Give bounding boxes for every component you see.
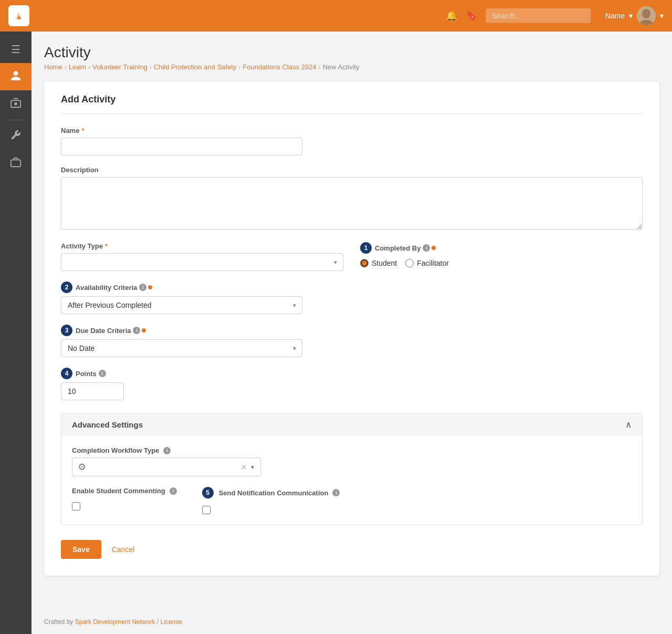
name-required: * [81, 127, 84, 134]
briefcase-icon [10, 157, 22, 171]
due-date-criteria-select[interactable]: No Date Specific Date Days After Registr… [61, 339, 302, 357]
page-footer: Crafted by Spark Development Network / L… [32, 610, 672, 634]
due-date-criteria-label: 3 Due Date Criteria i [61, 325, 643, 336]
availability-info-icon[interactable]: i [139, 284, 146, 291]
breadcrumb-volunteer-training[interactable]: Volunteer Training [92, 63, 148, 71]
points-info-icon[interactable]: i [99, 370, 106, 377]
completed-by-radio-group: Student Facilitator [360, 259, 643, 267]
availability-criteria-section: 2 Availability Criteria i After Previous… [61, 282, 643, 314]
breadcrumb-home[interactable]: Home [44, 63, 62, 71]
availability-required-dot [148, 285, 152, 289]
send-notification-info-icon[interactable]: i [332, 489, 340, 496]
activity-type-select[interactable] [61, 253, 343, 271]
advanced-settings-chevron: ∧ [625, 420, 632, 430]
cancel-button[interactable]: Cancel [108, 540, 139, 559]
person-icon [10, 70, 22, 84]
main-content: Activity Home › Learn › Volunteer Traini… [32, 32, 672, 610]
wrench-icon [10, 129, 22, 143]
breadcrumb-sep-3: › [150, 64, 152, 71]
completed-by-required-dot [432, 246, 436, 250]
radio-facilitator-input[interactable] [405, 259, 414, 267]
send-notification-checkbox[interactable] [202, 506, 211, 514]
availability-select-wrap: After Previous Completed Always Availabl… [61, 296, 302, 314]
due-date-info-icon[interactable]: i [133, 327, 140, 334]
due-date-criteria-section: 3 Due Date Criteria i No Date Specific D… [61, 325, 643, 357]
step-badge-3: 3 [61, 325, 72, 336]
enable-commenting-info-icon[interactable]: i [170, 487, 177, 495]
step-badge-4: 4 [61, 368, 72, 379]
bookmark-icon[interactable]: 🔖 [466, 10, 477, 22]
enable-commenting-checkbox[interactable] [72, 502, 80, 511]
activity-type-col: Activity Type * [61, 242, 343, 282]
name-label: Name * [61, 127, 643, 134]
activity-type-label: Activity Type * [61, 242, 343, 250]
radio-facilitator[interactable]: Facilitator [405, 259, 449, 267]
completion-workflow-info-icon[interactable]: i [163, 447, 171, 454]
radio-student-input[interactable] [360, 259, 369, 267]
activity-type-group: Activity Type * [61, 242, 343, 271]
completion-workflow-dropdown-icon[interactable]: ▼ [250, 464, 255, 470]
send-notification-field: 5 Send Notification Communication i [202, 487, 340, 514]
name-input[interactable] [61, 138, 302, 155]
radio-student[interactable]: Student [360, 259, 397, 267]
add-activity-card: Add Activity Name * Description Activity… [44, 81, 659, 576]
breadcrumb-learn[interactable]: Learn [69, 63, 86, 71]
completed-by-col: 1 Completed By i Student Facilitator [360, 242, 643, 267]
menu-icon: ☰ [11, 43, 20, 56]
breadcrumb-sep-1: › [65, 64, 67, 71]
notification-icon[interactable]: 🔔 [446, 10, 457, 22]
breadcrumb: Home › Learn › Volunteer Training › Chil… [44, 63, 659, 71]
completed-by-label: 1 Completed By i [360, 242, 643, 254]
footer-license-link[interactable]: License [160, 618, 182, 626]
breadcrumb-sep-5: › [318, 64, 320, 71]
radio-student-label: Student [372, 259, 397, 267]
user-dropdown-icon: ▾ [629, 12, 633, 20]
user-name: Name [605, 12, 625, 20]
sidebar-item-people[interactable] [0, 63, 32, 90]
completion-workflow-clear-icon[interactable]: ✕ [241, 463, 247, 471]
sidebar-item-dashboard[interactable]: ☰ [0, 36, 32, 63]
points-input[interactable] [61, 382, 124, 400]
form-actions: Save Cancel [61, 540, 643, 559]
sidebar-item-jobs[interactable] [0, 150, 32, 177]
sidebar-divider [5, 120, 26, 120]
breadcrumb-foundations-class[interactable]: Foundations Class 2024 [243, 63, 316, 71]
completed-by-section: 1 Completed By i Student Facilitator [360, 242, 643, 267]
step-badge-5: 5 [202, 487, 214, 498]
activity-type-select-wrap [61, 253, 343, 271]
global-search-input[interactable] [486, 8, 591, 23]
completed-by-info-icon[interactable]: i [423, 244, 430, 252]
points-section: 4 Points i [61, 368, 643, 400]
advanced-settings-body: Completion Workflow Type i ⚙ ✕ ▼ Enable [61, 436, 642, 525]
completion-workflow-input-wrap[interactable]: ⚙ ✕ ▼ [72, 458, 261, 476]
avatar [637, 6, 656, 25]
save-button[interactable]: Save [61, 540, 101, 559]
send-notification-label: 5 Send Notification Communication i [202, 487, 340, 498]
app-logo[interactable] [8, 5, 29, 26]
sidebar-item-tools[interactable] [0, 122, 32, 150]
availability-criteria-label: 2 Availability Criteria i [61, 282, 643, 293]
name-field-group: Name * [61, 127, 643, 155]
breadcrumb-sep-4: › [238, 64, 240, 71]
description-label: Description [61, 166, 643, 174]
sidebar-item-finance[interactable] [0, 90, 32, 118]
advanced-settings-header[interactable]: Advanced Settings ∧ [61, 413, 642, 436]
due-date-select-wrap: No Date Specific Date Days After Registr… [61, 339, 302, 357]
enable-commenting-field: Enable Student Commenting i [72, 487, 177, 511]
advanced-settings-title: Advanced Settings [72, 420, 143, 429]
completion-workflow-label: Completion Workflow Type i [72, 446, 632, 454]
breadcrumb-child-protection[interactable]: Child Protection and Safety [154, 63, 237, 71]
availability-criteria-select[interactable]: After Previous Completed Always Availabl… [61, 296, 302, 314]
advanced-settings-section: Advanced Settings ∧ Completion Workflow … [61, 413, 643, 525]
enable-commenting-checkbox-row [72, 502, 177, 511]
footer-spark-link[interactable]: Spark Development Network [75, 618, 155, 626]
user-menu[interactable]: Name ▾ ▾ [605, 6, 664, 25]
page-title: Activity [44, 44, 659, 61]
description-field-group: Description [61, 166, 643, 232]
step-badge-1: 1 [360, 242, 372, 254]
finance-icon [10, 97, 22, 111]
description-input[interactable] [61, 177, 643, 230]
top-nav-icons: 🔔 🔖 Name ▾ ▾ [446, 6, 664, 25]
chevron-down-icon: ▾ [660, 12, 664, 20]
footer-crafted-by: Crafted by [44, 618, 73, 626]
